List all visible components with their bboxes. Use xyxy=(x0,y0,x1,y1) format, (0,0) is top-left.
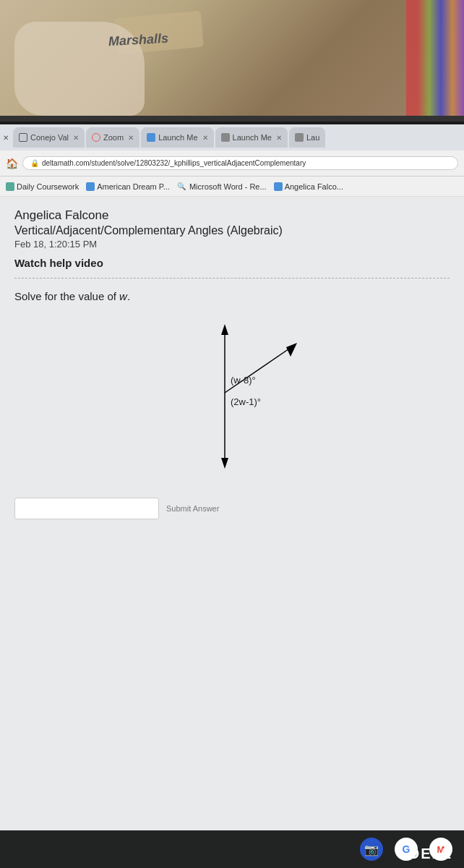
bookmark-american-label: American Dream P... xyxy=(97,182,170,191)
camera-button[interactable]: 📷 xyxy=(360,838,383,861)
answer-input-box[interactable] xyxy=(14,498,159,519)
problem-title: Vertical/Adjacent/Complementary Angles (… xyxy=(14,224,450,237)
dell-logo: DELL xyxy=(409,846,452,862)
svg-marker-1 xyxy=(221,324,228,335)
angle1-label: (w-8)° xyxy=(231,375,256,386)
angle2-label: (2w-1)° xyxy=(231,396,261,407)
bookmark-american-icon xyxy=(86,182,95,191)
bookmark-daily-label: Daily Coursework xyxy=(17,182,79,191)
geometry-diagram: (w-8)° (2w-1)° xyxy=(14,317,450,476)
tab-label-lau: Lau xyxy=(306,133,319,142)
submit-answer-label: Submit Answer xyxy=(166,504,219,513)
address-lock-icon: 🔒 xyxy=(30,159,39,167)
tab-label-launch1: Launch Me xyxy=(158,133,197,142)
tab-zoom[interactable]: Zoom ✕ xyxy=(86,127,139,148)
lock-icon xyxy=(19,133,27,142)
tab-label-zoom: Zoom xyxy=(103,133,124,142)
taskbar: 📷 G M DELL xyxy=(0,830,464,868)
launch1-icon xyxy=(147,133,155,142)
camera-icon: 📷 xyxy=(364,843,379,856)
problem-text: Solve for the value of w. xyxy=(14,290,450,302)
bookmark-american[interactable]: American Dream P... xyxy=(86,182,170,191)
tab-close-launch1[interactable]: ✕ xyxy=(202,134,208,142)
monitor-bezel: ✕ Conejo Val ✕ Zoom ✕ Launch Me ✕ Launch… xyxy=(0,116,464,868)
tab-lau[interactable]: Lau xyxy=(289,127,325,148)
tab-label-conejo: Conejo Val xyxy=(30,133,69,142)
launch2-icon xyxy=(221,133,230,142)
angle-diagram: (w-8)° (2w-1)° xyxy=(152,317,312,476)
tab-close-conejo[interactable]: ✕ xyxy=(73,134,79,142)
bookmarks-bar: Daily Coursework American Dream P... 🔍 M… xyxy=(0,176,464,197)
tab-close-zoom[interactable]: ✕ xyxy=(128,134,134,142)
close-tab-x[interactable]: ✕ xyxy=(3,134,9,142)
bookmark-daily-icon xyxy=(6,182,14,191)
student-name: Angelica Falcone xyxy=(14,208,450,223)
svg-marker-2 xyxy=(221,458,228,469)
tab-launch1[interactable]: Launch Me ✕ xyxy=(141,127,213,148)
bookmark-angelica-icon xyxy=(274,182,283,191)
address-text: deltamath.com/student/solve/12803232/_kp… xyxy=(42,159,306,167)
marshalls-text: Marshalls xyxy=(108,31,169,49)
tab-bar: ✕ Conejo Val ✕ Zoom ✕ Launch Me ✕ Launch… xyxy=(0,124,464,150)
section-divider xyxy=(14,278,450,278)
bookmark-microsoft-label: Microsoft Word - Re... xyxy=(189,182,267,191)
address-input[interactable]: 🔒 deltamath.com/student/solve/12803232/_… xyxy=(22,156,458,170)
watch-help-link[interactable]: Watch help video xyxy=(14,257,450,269)
zoom-icon xyxy=(92,133,100,142)
answer-area: Submit Answer xyxy=(14,498,450,519)
tab-close-launch2[interactable]: ✕ xyxy=(276,134,282,142)
browser-window: ✕ Conejo Val ✕ Zoom ✕ Launch Me ✕ Launch… xyxy=(0,124,464,868)
svg-line-3 xyxy=(225,346,293,393)
address-bar: 🏠 🔒 deltamath.com/student/solve/12803232… xyxy=(0,150,464,176)
tab-conejo[interactable]: Conejo Val ✕ xyxy=(13,127,85,148)
svg-marker-4 xyxy=(286,343,297,357)
timestamp: Feb 18, 1:20:15 PM xyxy=(14,239,450,250)
lau-icon xyxy=(295,133,304,142)
tab-label-launch2: Launch Me xyxy=(233,133,272,142)
search-icon: 🔍 xyxy=(177,182,186,190)
tab-launch2[interactable]: Launch Me ✕ xyxy=(215,127,288,148)
home-icon[interactable]: 🏠 xyxy=(6,158,18,169)
variable-w: w xyxy=(119,290,127,302)
bookmark-angelica-label: Angelica Falco... xyxy=(285,182,343,191)
bookmark-angelica[interactable]: Angelica Falco... xyxy=(274,182,343,191)
page-content: Angelica Falcone Vertical/Adjacent/Compl… xyxy=(0,197,464,868)
bookmark-microsoft[interactable]: 🔍 Microsoft Word - Re... xyxy=(177,182,267,191)
bookmark-daily[interactable]: Daily Coursework xyxy=(6,182,79,191)
